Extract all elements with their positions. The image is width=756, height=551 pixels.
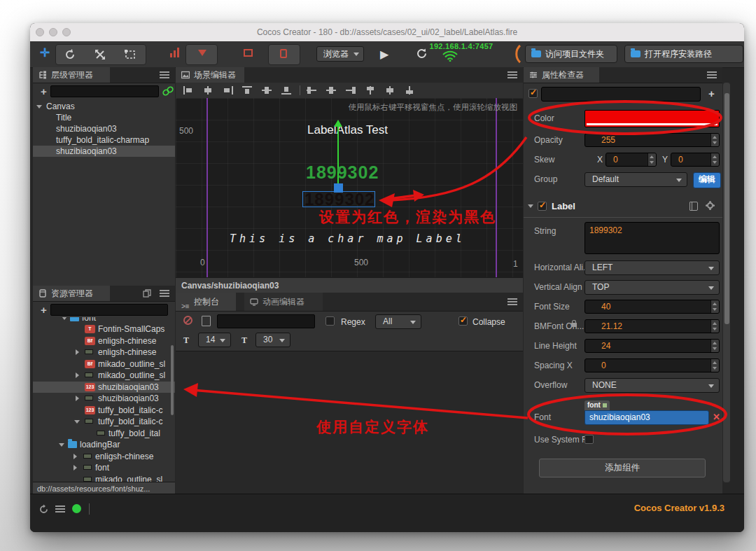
asset-item[interactable]: Bf mikado_outline_sl	[33, 358, 175, 370]
clear-console-icon[interactable]	[183, 316, 192, 325]
selected-label-bbox[interactable]: 1899302	[302, 191, 375, 207]
asset-item[interactable]: enligsh-chinese	[33, 451, 175, 462]
tab-animation[interactable]: 动画编辑器	[244, 293, 323, 311]
tree-item[interactable]: shuzibiaoqian03	[33, 123, 175, 134]
chevron-down-icon[interactable]	[59, 443, 64, 447]
inspector-scrollbar-track[interactable]	[723, 83, 730, 482]
align-right-icon[interactable]	[223, 86, 233, 95]
move-tool-icon[interactable]: ✛	[40, 46, 50, 60]
tab-inspector[interactable]: 属性检查器	[524, 67, 599, 83]
tab-console[interactable]: >≡ 控制台	[176, 293, 236, 311]
clear-font-icon[interactable]: ✕	[713, 412, 720, 422]
tree-item[interactable]: tuffy_bold_italic-charmap	[33, 134, 175, 146]
asset-item[interactable]: shuzibiaoqian03	[33, 393, 175, 404]
asset-item[interactable]: tuffy_bold_ital	[33, 428, 175, 439]
distribute-right-icon[interactable]	[346, 86, 356, 95]
color-swatch[interactable]	[584, 110, 720, 127]
asset-item[interactable]: Bf enligsh-chinese	[33, 335, 175, 347]
scene-label-green[interactable]: 1899302	[306, 162, 379, 183]
open-log-icon[interactable]	[202, 316, 211, 326]
chevron-down-icon[interactable]	[74, 420, 80, 424]
assets-menu-icon[interactable]	[160, 289, 169, 298]
console-font-size-dropdown[interactable]: 14	[198, 333, 231, 347]
stepper[interactable]	[710, 340, 719, 352]
chevron-right-icon[interactable]	[76, 349, 79, 355]
frame-red-icon[interactable]	[244, 49, 253, 57]
opacity-field[interactable]: 255	[584, 133, 720, 147]
spacing-field[interactable]: 0	[584, 358, 720, 372]
distribute-bottom-icon[interactable]	[405, 86, 415, 95]
valign-dropdown[interactable]: TOP	[584, 280, 720, 295]
scene-label-charmap[interactable]: This is a char map Label	[230, 232, 465, 245]
lineheight-field[interactable]: 24	[584, 339, 720, 353]
rect-tool-icon[interactable]	[124, 48, 136, 61]
collapse-checkbox[interactable]	[458, 316, 468, 326]
log-list-icon[interactable]	[55, 505, 65, 513]
scale-tool-icon[interactable]	[94, 48, 106, 61]
align-top-icon[interactable]	[242, 86, 253, 95]
asset-item-selected[interactable]: 123 shuzibiaoqian03	[33, 382, 175, 393]
add-node-button[interactable]: +	[708, 88, 715, 99]
stepper[interactable]	[710, 359, 719, 372]
stepper[interactable]	[648, 153, 656, 166]
open-install-path-button[interactable]: 打开程序安装路径	[624, 45, 743, 63]
tab-scene[interactable]: 场景编辑器	[176, 67, 244, 83]
group-dropdown[interactable]: Default	[584, 172, 687, 187]
assets-scrollbar[interactable]	[171, 345, 174, 415]
rotate-tool-icon[interactable]	[64, 48, 76, 61]
asset-item[interactable]: font	[33, 462, 175, 473]
hierarchy-add-button[interactable]: +	[41, 85, 47, 97]
halign-dropdown[interactable]: LEFT	[584, 260, 720, 275]
skew-x-field[interactable]: 0	[606, 153, 657, 167]
align-v-center-icon[interactable]	[262, 86, 272, 95]
log-level-dropdown[interactable]: All	[375, 314, 421, 329]
stepper[interactable]	[710, 153, 719, 166]
stepper[interactable]	[710, 320, 719, 333]
use-system-font-checkbox[interactable]	[584, 435, 594, 444]
chevron-right-icon[interactable]	[74, 454, 77, 459]
add-component-button[interactable]: 添加组件	[539, 459, 706, 477]
asset-item[interactable]: mikado_outline_sl	[33, 474, 175, 482]
open-project-folder-button[interactable]: 访问项目文件夹	[525, 45, 617, 63]
status-eye-icon[interactable]	[72, 504, 81, 513]
hierarchy-search-input[interactable]	[50, 85, 159, 97]
overflow-dropdown[interactable]: NONE	[584, 378, 720, 393]
asset-item[interactable]: mikado_outline_sl	[33, 370, 175, 381]
tab-assets[interactable]: 资源管理器	[33, 286, 110, 301]
string-textarea[interactable]: 1899302	[584, 222, 720, 254]
download-tool-button[interactable]	[186, 44, 218, 65]
label-enabled-checkbox[interactable]	[538, 202, 547, 211]
node-active-checkbox[interactable]	[528, 89, 538, 98]
asset-item[interactable]: T Fontin-SmallCaps	[33, 323, 175, 335]
align-bottom-icon[interactable]	[281, 86, 292, 95]
scene-menu-icon[interactable]	[507, 71, 517, 79]
refresh-assets-icon[interactable]	[38, 504, 49, 515]
skew-y-field[interactable]: 0	[671, 153, 720, 167]
distribute-top-icon[interactable]	[365, 86, 376, 95]
fontsize-field[interactable]: 40	[584, 300, 720, 314]
hierarchy-menu-icon[interactable]	[160, 71, 169, 79]
scene-canvas[interactable]: 使用鼠标右键平移视窗焦点，使用滚轮缩放视图 500 LabelAtlas Tes…	[176, 98, 523, 277]
assets-add-button[interactable]: +	[41, 304, 47, 316]
distribute-left-icon[interactable]	[307, 86, 317, 95]
help-doc-icon[interactable]	[690, 202, 698, 211]
chevron-down-icon[interactable]	[36, 105, 42, 109]
asset-folder-loadingbar[interactable]: loadingBar	[33, 439, 175, 450]
play-button[interactable]: ▶	[380, 48, 388, 61]
marker-tool-button[interactable]	[268, 44, 300, 65]
link-icon[interactable]	[162, 86, 174, 96]
distribute-h-icon[interactable]	[326, 86, 337, 95]
console-filter-input[interactable]	[217, 314, 315, 328]
stepper[interactable]	[710, 300, 719, 313]
chevron-right-icon[interactable]	[76, 372, 79, 378]
preview-target-dropdown[interactable]: 浏览器	[316, 46, 364, 62]
distribute-v-icon[interactable]	[385, 86, 396, 95]
edit-group-button[interactable]: 编辑	[693, 172, 721, 188]
font-asset-field[interactable]: shuzibiaoqian03	[584, 410, 709, 425]
tree-item-selected[interactable]: shuzibiaoqian03	[33, 146, 175, 157]
console-menu-icon[interactable]	[507, 298, 517, 306]
assets-search-input[interactable]	[50, 304, 168, 316]
inspector-scrollbar-thumb[interactable]	[724, 93, 729, 324]
node-name-input[interactable]	[541, 87, 701, 102]
asset-folder-font[interactable]: font	[33, 317, 175, 323]
